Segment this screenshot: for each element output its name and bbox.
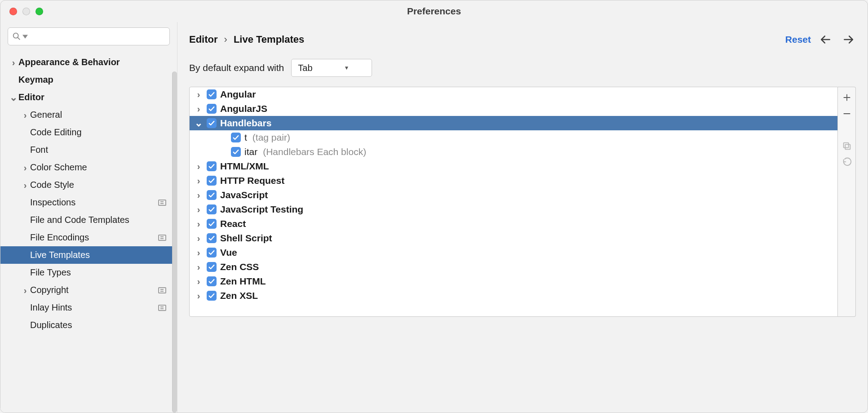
checkbox[interactable] bbox=[207, 104, 217, 114]
template-group[interactable]: ›React bbox=[190, 217, 837, 231]
project-scope-icon bbox=[158, 200, 166, 206]
chevron-right-icon[interactable]: › bbox=[194, 235, 203, 241]
template-group[interactable]: ›Angular bbox=[190, 87, 837, 102]
project-scope-icon bbox=[158, 235, 166, 241]
sidebar-item[interactable]: File and Code Templates bbox=[0, 211, 177, 229]
checkbox[interactable] bbox=[207, 190, 217, 200]
template-group[interactable]: ›AngularJS bbox=[190, 102, 837, 116]
sidebar-item[interactable]: Inspections bbox=[0, 194, 177, 211]
template-group[interactable]: ›JavaScript bbox=[190, 188, 837, 202]
sidebar-item-label: File Types bbox=[30, 267, 166, 278]
chevron-right-icon[interactable]: › bbox=[194, 221, 203, 226]
breadcrumb-separator: › bbox=[224, 34, 227, 45]
template-item[interactable]: itar(Handlebars Each block) bbox=[190, 145, 837, 159]
templates-tree[interactable]: ›Angular›AngularJS⌄Handlebarst(tag pair)… bbox=[189, 87, 838, 317]
restore-template-button[interactable] bbox=[840, 155, 854, 170]
sidebar-item[interactable]: Inlay Hints bbox=[0, 299, 177, 316]
preferences-window: Preferences ›Appearance & BehaviorKeymap… bbox=[0, 0, 868, 413]
sidebar-item-label: Inlay Hints bbox=[30, 302, 158, 313]
add-template-button[interactable] bbox=[840, 90, 854, 105]
checkbox[interactable] bbox=[207, 291, 217, 301]
sidebar-item[interactable]: Live Templates bbox=[0, 246, 177, 264]
chevron-right-icon[interactable]: › bbox=[20, 112, 30, 118]
sidebar-item[interactable]: File Types bbox=[0, 264, 177, 281]
expand-with-select[interactable]: Tab ▼ bbox=[291, 59, 372, 77]
sidebar-item[interactable]: ›Color Scheme bbox=[0, 159, 177, 176]
checkbox[interactable] bbox=[231, 147, 241, 157]
checkbox[interactable] bbox=[207, 176, 217, 186]
close-window-button[interactable] bbox=[9, 8, 17, 15]
sidebar-item[interactable]: Font bbox=[0, 141, 177, 159]
chevron-right-icon[interactable]: › bbox=[194, 207, 203, 212]
template-group[interactable]: ›JavaScript Testing bbox=[190, 202, 837, 217]
chevron-right-icon[interactable]: › bbox=[194, 92, 203, 97]
svg-rect-8 bbox=[845, 144, 850, 149]
chevron-right-icon[interactable]: › bbox=[194, 192, 203, 198]
checkbox[interactable] bbox=[207, 204, 217, 214]
sidebar-item[interactable]: File Encodings bbox=[0, 229, 177, 246]
checkbox[interactable] bbox=[207, 219, 217, 229]
template-name: Angular bbox=[220, 89, 256, 100]
template-group[interactable]: ›Zen XSL bbox=[190, 289, 837, 303]
template-group[interactable]: ›HTML/XML bbox=[190, 159, 837, 173]
sidebar-item[interactable]: Code Editing bbox=[0, 124, 177, 141]
remove-template-button[interactable] bbox=[840, 106, 854, 121]
sidebar-item[interactable]: ›Code Style bbox=[0, 176, 177, 194]
template-item[interactable]: t(tag pair) bbox=[190, 130, 837, 145]
template-group[interactable]: ›Vue bbox=[190, 245, 837, 260]
chevron-right-icon[interactable]: › bbox=[194, 279, 203, 284]
sidebar-item[interactable]: ⌄Editor bbox=[0, 89, 177, 106]
search-container bbox=[0, 22, 177, 50]
sidebar-item[interactable]: ›Copyright bbox=[0, 281, 177, 299]
template-group[interactable]: ›HTTP Request bbox=[190, 173, 837, 188]
chevron-right-icon[interactable]: › bbox=[20, 182, 30, 188]
search-icon bbox=[12, 31, 22, 41]
chevron-down-icon[interactable]: ⌄ bbox=[9, 94, 18, 101]
checkbox[interactable] bbox=[207, 248, 217, 258]
checkbox[interactable] bbox=[231, 133, 241, 142]
template-group[interactable]: ›Shell Script bbox=[190, 231, 837, 245]
sidebar-item[interactable]: ›Appearance & Behavior bbox=[0, 53, 177, 71]
sidebar-scrollbar[interactable] bbox=[172, 71, 177, 413]
chevron-right-icon[interactable]: › bbox=[194, 178, 203, 183]
template-group[interactable]: ›Zen CSS bbox=[190, 260, 837, 274]
breadcrumb-root[interactable]: Editor bbox=[189, 34, 218, 45]
chevron-right-icon[interactable]: › bbox=[194, 293, 203, 298]
template-name: Zen XSL bbox=[220, 290, 258, 301]
search-input[interactable] bbox=[29, 31, 166, 42]
sidebar-item[interactable]: ›General bbox=[0, 106, 177, 124]
sidebar-item-label: Keymap bbox=[18, 75, 166, 85]
chevron-down-icon[interactable]: ⌄ bbox=[194, 120, 203, 126]
checkbox[interactable] bbox=[207, 89, 217, 99]
template-group[interactable]: ⌄Handlebars bbox=[190, 116, 837, 130]
chevron-right-icon[interactable]: › bbox=[194, 106, 203, 111]
template-name: itar bbox=[244, 147, 257, 157]
checkbox[interactable] bbox=[207, 262, 217, 272]
minimize-window-button[interactable] bbox=[22, 8, 30, 15]
expand-with-row: By default expand with Tab ▼ bbox=[189, 59, 856, 77]
chevron-right-icon[interactable]: › bbox=[9, 59, 18, 66]
sidebar-item[interactable]: Keymap bbox=[0, 71, 177, 89]
chevron-right-icon[interactable]: › bbox=[194, 250, 203, 255]
forward-button[interactable] bbox=[841, 32, 856, 47]
chevron-right-icon[interactable]: › bbox=[20, 287, 30, 293]
template-group[interactable]: ›Zen HTML bbox=[190, 274, 837, 289]
template-name: HTTP Request bbox=[220, 175, 284, 186]
chevron-right-icon[interactable]: › bbox=[20, 164, 30, 171]
back-button[interactable] bbox=[818, 32, 833, 47]
settings-tree[interactable]: ›Appearance & BehaviorKeymap⌄Editor›Gene… bbox=[0, 50, 177, 334]
reset-link[interactable]: Reset bbox=[785, 34, 811, 45]
checkbox[interactable] bbox=[207, 233, 217, 243]
svg-point-0 bbox=[13, 33, 18, 38]
chevron-right-icon[interactable]: › bbox=[194, 164, 203, 169]
checkbox[interactable] bbox=[207, 118, 217, 128]
search-field[interactable] bbox=[8, 27, 170, 45]
chevron-right-icon[interactable]: › bbox=[194, 264, 203, 270]
zoom-window-button[interactable] bbox=[35, 8, 43, 15]
search-history-icon[interactable] bbox=[22, 34, 28, 39]
duplicate-template-button[interactable] bbox=[840, 138, 854, 154]
sidebar-item[interactable]: Duplicates bbox=[0, 316, 177, 334]
checkbox[interactable] bbox=[207, 276, 217, 286]
body: ›Appearance & BehaviorKeymap⌄Editor›Gene… bbox=[0, 22, 868, 413]
checkbox[interactable] bbox=[207, 161, 217, 171]
